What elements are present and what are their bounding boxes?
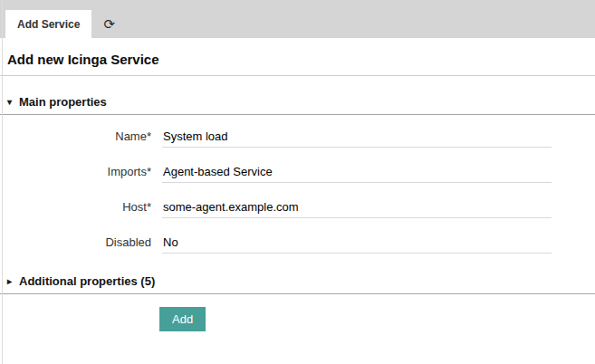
fieldset-toggle-main-properties[interactable]: ▾ Main properties (0, 95, 595, 115)
page-title: Add new Icinga Service (0, 38, 595, 76)
fieldset-toggle-additional-properties[interactable]: ▸ Additional properties (5) (0, 274, 595, 294)
imports-field-label: Imports* (0, 162, 151, 178)
host-field[interactable] (162, 197, 552, 218)
name-field-label: Name* (0, 127, 151, 143)
disabled-field[interactable] (162, 233, 552, 254)
host-field-label: Host* (0, 197, 151, 214)
fieldset-main-properties-label: Main properties (19, 95, 107, 109)
chevron-right-icon: ▸ (7, 276, 19, 286)
form-row-name: Name* (0, 127, 595, 148)
main-properties-fields: Name* Imports* Host* Disabled (0, 115, 595, 254)
page-left-border (2, 0, 3, 364)
fieldset-additional-properties-label: Additional properties (5) (19, 274, 155, 288)
disabled-field-label: Disabled (0, 233, 151, 249)
tab-bar: Add Service ⟳ (0, 0, 595, 38)
form-row-host: Host* (0, 197, 595, 218)
submit-area: Add (159, 307, 595, 331)
imports-field[interactable] (162, 162, 552, 183)
tab-add-service[interactable]: Add Service (5, 10, 91, 38)
main-content: Add new Icinga Service ▾ Main properties… (0, 38, 595, 331)
tab-add-service-label: Add Service (17, 18, 80, 31)
form-row-imports: Imports* (0, 162, 595, 183)
name-field[interactable] (162, 127, 552, 148)
refresh-icon[interactable]: ⟳ (100, 10, 119, 38)
add-button[interactable]: Add (159, 307, 206, 331)
form-row-disabled: Disabled (0, 233, 595, 254)
chevron-down-icon: ▾ (7, 97, 19, 107)
